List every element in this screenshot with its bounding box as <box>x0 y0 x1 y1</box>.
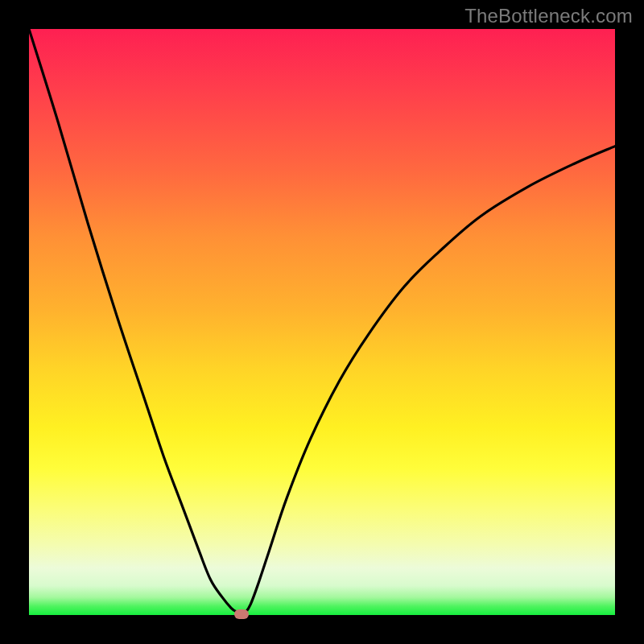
chart-frame: TheBottleneck.com <box>0 0 644 644</box>
bottleneck-curve <box>29 29 615 615</box>
curve-path <box>29 29 615 614</box>
chart-plot-area <box>29 29 615 615</box>
optimum-marker <box>234 609 249 619</box>
watermark-text: TheBottleneck.com <box>464 5 633 27</box>
